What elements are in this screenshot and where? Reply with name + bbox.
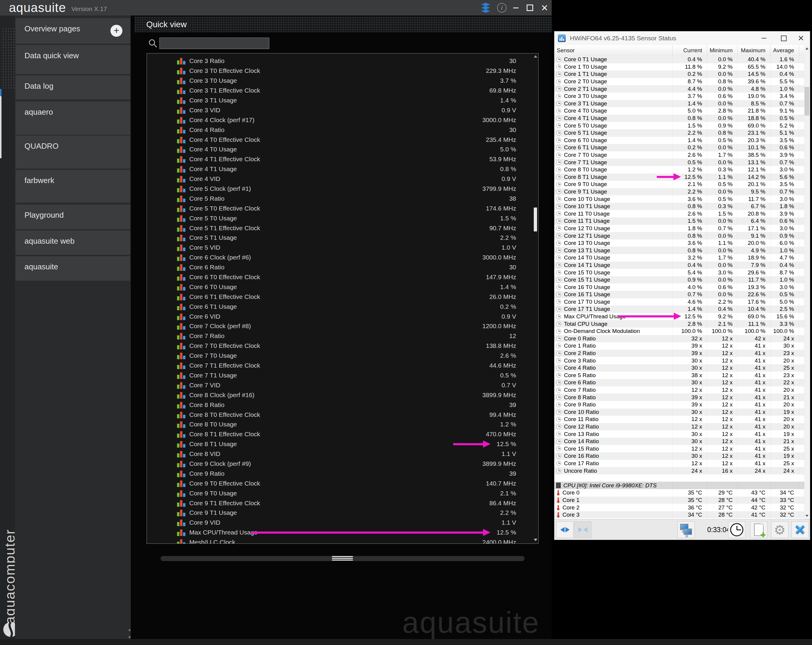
sidebar-item-aquaero[interactable]: aquaero xyxy=(15,101,130,135)
table-row[interactable]: Core 5 T1 Usage2.2 %0.8 %23.1 %5.1 % xyxy=(554,129,804,137)
list-item[interactable]: Core 7 T1 Effective Clock44.6 MHz xyxy=(147,361,533,371)
maximize-button[interactable] xyxy=(777,31,791,45)
add-report-button[interactable] xyxy=(750,521,768,538)
table-row[interactable]: Core 5 Ratio38 x12 x41 x23 x xyxy=(554,372,804,379)
minimize-button[interactable] xyxy=(757,31,771,45)
table-row[interactable]: Core 334 °C28 °C41 °C32 °C xyxy=(554,511,804,519)
column-header-average[interactable]: Average xyxy=(771,45,799,56)
scroll-up-icon[interactable] xyxy=(534,55,537,58)
list-item[interactable]: Core 6 T0 Usage1.4 % xyxy=(147,282,533,292)
table-row[interactable]: Core 2 T0 Usage8.7 %0.8 %39.6 %5.5 % xyxy=(554,78,804,86)
table-row[interactable]: Core 17 Ratio12 x12 x41 x25 x xyxy=(554,460,804,467)
settings-button[interactable]: ⚙ xyxy=(771,521,788,538)
table-row[interactable]: Core 12 T1 Usage0.8 %0.0 %9.1 %0.9 % xyxy=(554,232,804,240)
table-row[interactable]: Core 236 °C27 °C42 °C32 °C xyxy=(554,504,804,511)
list-item[interactable]: Core 6 Clock (perf #6)3000.0 MHz xyxy=(147,253,533,263)
table-row[interactable]: Core 6 T1 Usage0.2 %0.0 %10.1 %0.6 % xyxy=(554,144,804,151)
list-item[interactable]: Mesh/LLC Clock2400.0 MHz xyxy=(147,538,533,544)
column-header-sensor[interactable]: Sensor xyxy=(554,45,673,56)
table-row[interactable]: Core 035 °C29 °C43 °C34 °C xyxy=(554,489,804,497)
sidebar-item-quadro[interactable]: QUADRO xyxy=(15,136,130,168)
list-item[interactable]: Core 3 T0 Effective Clock229.3 MHz xyxy=(147,66,533,76)
scroll-up-icon[interactable] xyxy=(806,47,808,50)
scrollbar-thumb[interactable] xyxy=(804,87,809,116)
list-item[interactable]: Core 9 T1 Effective Clock86.4 MHz xyxy=(147,498,533,508)
list-item[interactable]: Core 4 T0 Effective Clock235.4 MHz xyxy=(147,135,533,145)
collapse-arrows-button[interactable] xyxy=(574,521,591,538)
list-item[interactable]: Core 9 T0 Usage2.1 % xyxy=(147,488,533,498)
table-row[interactable]: Core 4 Ratio30 x12 x41 x25 x xyxy=(554,364,804,372)
list-item[interactable]: Core 8 T0 Effective Clock99.4 MHz xyxy=(147,410,533,420)
list-item[interactable]: Core 4 T1 Usage0.8 % xyxy=(147,164,533,174)
table-row[interactable]: Core 14 T1 Usage0.4 %0.0 %7.9 %0.4 % xyxy=(554,261,804,269)
list-item[interactable]: Core 6 T0 Effective Clock147.9 MHz xyxy=(147,272,533,282)
list-item[interactable]: Core 8 Ratio39 xyxy=(147,400,533,410)
info-icon[interactable]: i xyxy=(496,0,508,15)
list-item[interactable]: Core 3 T0 Usage3.7 % xyxy=(147,76,533,86)
scroll-down-icon[interactable] xyxy=(534,539,537,541)
table-row[interactable]: Core 2 Ratio39 x12 x41 x23 x xyxy=(554,350,804,357)
list-item[interactable]: Core 6 Ratio30 xyxy=(147,263,533,272)
list-item[interactable]: Core 6 T1 Usage0.2 % xyxy=(147,302,533,312)
sidebar-item-aquasuite-web[interactable]: aquasuite web xyxy=(15,231,130,255)
list-item[interactable]: Core 8 T0 Usage1.2 % xyxy=(147,420,533,429)
list-item[interactable]: Core 7 T1 Usage0.5 % xyxy=(147,371,533,381)
sidebar-item-aquasuite[interactable]: aquasuite xyxy=(15,256,130,281)
list-item[interactable]: Core 3 T1 Effective Clock69.8 MHz xyxy=(147,86,533,96)
list-item[interactable]: Core 8 Clock (perf #16)3899.9 MHz xyxy=(147,390,533,400)
table-row[interactable]: Core 14 T0 Usage3.2 %1.7 %18.9 %4.7 % xyxy=(554,254,804,261)
table-row[interactable]: Core 6 Ratio30 x12 x41 x22 x xyxy=(554,379,804,387)
list-item[interactable]: Core 5 T0 Usage1.5 % xyxy=(147,213,533,223)
table-row[interactable]: Core 10 T0 Usage3.6 %0.5 %11.7 %3.0 % xyxy=(554,195,804,203)
list-item[interactable]: Core 3 T1 Usage1.4 % xyxy=(147,96,533,105)
table-scrollbar[interactable] xyxy=(804,45,810,519)
list-item[interactable]: Core 9 Clock (perf #9)3899.9 MHz xyxy=(147,459,533,469)
table-row[interactable]: Core 13 T0 Usage3.6 %1.1 %20.0 %6.0 % xyxy=(554,240,804,247)
table-row[interactable]: Core 0 T1 Usage0.4 %0.0 %40.4 %1.6 % xyxy=(554,56,804,63)
list-item[interactable]: Core 5 Clock (perf #1)3799.9 MHz xyxy=(147,184,533,194)
table-row[interactable]: Core 8 T0 Usage1.2 %0.3 %12.1 %3.0 % xyxy=(554,166,804,173)
list-item[interactable]: Core 4 T0 Usage5.0 % xyxy=(147,145,533,154)
table-row[interactable]: Core 5 T0 Usage1.5 %0.9 %69.0 %5.2 % xyxy=(554,122,804,129)
table-row[interactable]: Core 16 Ratio30 x12 x41 x19 x xyxy=(554,452,804,460)
table-row[interactable]: Core 15 Ratio12 x12 x41 x25 x xyxy=(554,445,804,452)
scrollbar-thumb[interactable] xyxy=(534,208,537,231)
clock-button[interactable] xyxy=(728,521,745,538)
exit-button[interactable] xyxy=(791,521,809,538)
table-row[interactable]: Core 135 °C28 °C44 °C33 °C xyxy=(554,497,804,504)
table-row[interactable]: Core 3 T1 Usage1.4 %0.0 %8.5 %0.7 % xyxy=(554,100,804,107)
table-row[interactable]: Core 6 T0 Usage1.4 %0.5 %20.3 %3.5 % xyxy=(554,137,804,144)
list-item[interactable]: Core 7 VID0.7 V xyxy=(147,380,533,390)
minimize-button[interactable] xyxy=(510,0,522,15)
table-row[interactable]: Core 8 Ratio39 x12 x41 x21 x xyxy=(554,394,804,401)
table-row[interactable]: Core 10 Ratio30 x12 x41 x19 x xyxy=(554,408,804,416)
table-row[interactable]: Core 14 Ratio30 x12 x41 x21 x xyxy=(554,438,804,445)
list-item[interactable]: Core 5 T1 Effective Clock90.7 MHz xyxy=(147,223,533,233)
table-row[interactable]: Total CPU Usage2.8 %2.1 %11.1 %3.3 % xyxy=(554,320,804,327)
list-item[interactable]: Core 9 T1 Usage2.2 % xyxy=(147,508,533,518)
table-row[interactable]: Core 13 T1 Usage0.8 %0.0 %4.9 %1.0 % xyxy=(554,247,804,254)
list-item[interactable]: Core 5 Ratio38 xyxy=(147,194,533,203)
sidebar-item-playground[interactable]: Playground xyxy=(15,205,130,229)
table-row[interactable]: Core 10 T1 Usage0.8 %0.3 %6.7 %1.8 % xyxy=(554,203,804,210)
table-row[interactable]: Core 3 Ratio30 x12 x41 x20 x xyxy=(554,357,804,364)
list-item[interactable]: Core 4 VID0.9 V xyxy=(147,174,533,184)
close-button[interactable]: ✕ xyxy=(539,0,551,15)
table-row[interactable]: Core 1 Ratio39 x12 x41 x30 x xyxy=(554,342,804,350)
table-row[interactable]: Core 2 T1 Usage4.4 %0.0 %4.8 %1.0 % xyxy=(554,85,804,93)
list-item[interactable]: Core 5 VID1.0 V xyxy=(147,243,533,253)
list-item[interactable]: Core 6 T1 Effective Clock26.0 MHz xyxy=(147,292,533,302)
layers-icon[interactable] xyxy=(476,0,495,15)
list-item[interactable]: Core 4 T1 Effective Clock53.9 MHz xyxy=(147,154,533,164)
column-header-minimum[interactable]: Minimum xyxy=(707,45,738,56)
sidebar-item-farbwerk[interactable]: farbwerk xyxy=(15,170,130,202)
add-overview-page-button[interactable]: + xyxy=(110,25,122,37)
table-row[interactable]: Core 12 T0 Usage1.8 %0.7 %17.1 %3.0 % xyxy=(554,225,804,232)
list-item[interactable]: Core 3 Ratio30 xyxy=(147,56,533,66)
list-item[interactable]: Core 7 Ratio12 xyxy=(147,331,533,341)
table-row[interactable]: Core 1 T1 Usage0.2 %0.0 %14.5 %0.4 % xyxy=(554,70,804,78)
list-item[interactable]: Core 7 T0 Usage2.6 % xyxy=(147,351,533,361)
table-row[interactable]: Core 4 T1 Usage0.8 %0.0 %18.8 %0.5 % xyxy=(554,115,804,122)
list-item[interactable]: Core 7 Clock (perf #8)1200.0 MHz xyxy=(147,321,533,331)
list-item[interactable]: Core 4 Ratio30 xyxy=(147,125,533,135)
